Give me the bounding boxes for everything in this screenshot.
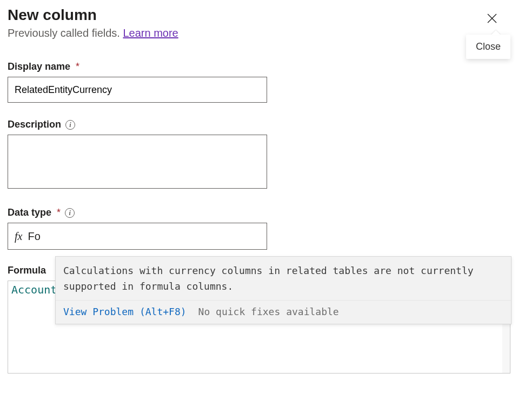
error-actions: View Problem (Alt+F8) No quick fixes ava…	[56, 301, 511, 324]
display-name-label: Display name *	[8, 61, 510, 72]
required-indicator: *	[57, 207, 61, 218]
description-input[interactable]	[8, 135, 267, 189]
data-type-select[interactable]: fx Fo	[8, 223, 267, 250]
close-icon	[486, 12, 498, 24]
subtitle: Previously called fields. Learn more	[8, 27, 510, 39]
subtitle-text: Previously called fields.	[8, 27, 123, 39]
view-problem-link[interactable]: View Problem (Alt+F8)	[63, 306, 187, 317]
error-popover: Calculations with currency columns in re…	[55, 256, 512, 324]
data-type-label: Data type * i	[8, 207, 510, 218]
info-icon[interactable]: i	[65, 120, 75, 130]
formula-icon: fx	[15, 230, 22, 243]
display-name-label-text: Display name	[8, 61, 70, 72]
error-message: Calculations with currency columns in re…	[56, 257, 511, 301]
display-name-field: Display name *	[8, 61, 510, 103]
data-type-field: Data type * i fx Fo	[8, 207, 510, 250]
description-label-text: Description	[8, 119, 61, 130]
close-tooltip: Close	[466, 35, 510, 59]
data-type-label-text: Data type	[8, 207, 51, 218]
close-button[interactable]	[481, 8, 503, 29]
token-entity: Account	[11, 283, 57, 296]
learn-more-link[interactable]: Learn more	[123, 27, 178, 39]
data-type-selected-text: Fo	[28, 230, 40, 243]
no-quick-fix-text: No quick fixes available	[198, 306, 339, 317]
info-icon[interactable]: i	[65, 208, 75, 218]
description-label: Description i	[8, 119, 510, 130]
display-name-input[interactable]	[8, 77, 267, 103]
close-tooltip-text: Close	[476, 41, 501, 52]
required-indicator: *	[76, 61, 79, 72]
description-field: Description i	[8, 119, 510, 191]
page-title: New column	[8, 6, 510, 24]
